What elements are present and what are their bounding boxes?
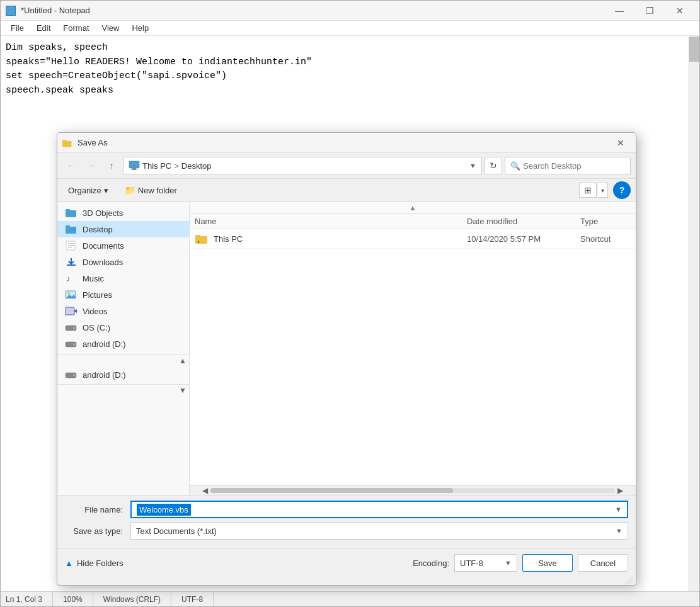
refresh-button[interactable]: ↻ <box>485 157 502 174</box>
encoding-dropdown-arrow[interactable]: ▼ <box>505 559 512 567</box>
view-mode-dropdown[interactable]: ▾ <box>598 183 608 198</box>
close-button[interactable]: ✕ <box>665 1 694 21</box>
desktop-icon <box>65 224 77 234</box>
sidebar-item-android-d1[interactable]: android (D:) <box>57 336 189 352</box>
menu-file[interactable]: File <box>6 22 29 34</box>
scroll-up-arrow[interactable]: ▲ <box>179 356 186 365</box>
file-type-cell: Shortcut <box>580 234 631 244</box>
col-header-date[interactable]: Date modified <box>467 217 580 226</box>
file-name-text: This PC <box>214 234 243 244</box>
help-button[interactable]: ? <box>613 181 631 199</box>
file-date-cell: 10/14/2020 5:57 PM <box>467 234 580 244</box>
col-header-type[interactable]: Type <box>580 217 631 226</box>
svg-line-29 <box>631 581 633 584</box>
menu-format[interactable]: Format <box>58 22 94 34</box>
file-name-cell: This PC <box>195 233 467 244</box>
up-button[interactable]: ↑ <box>103 157 120 174</box>
organize-label: Organize <box>68 186 101 195</box>
status-position: Ln 1, Col 3 <box>6 592 53 606</box>
address-bar: ← → ↑ This PC > Desktop ▼ ↻ 🔍 <box>57 153 636 179</box>
sidebar-item-3dobjects[interactable]: 3D Objects <box>57 205 189 221</box>
back-button[interactable]: ← <box>62 157 80 174</box>
svg-rect-6 <box>66 209 70 212</box>
svg-rect-17 <box>66 307 74 315</box>
address-path[interactable]: This PC > Desktop ▼ <box>123 157 482 174</box>
status-encoding: UTF-8 <box>171 592 214 606</box>
sidebar-item-android-d2[interactable]: android (D:) <box>57 366 189 383</box>
file-list-empty-area <box>190 249 636 485</box>
new-folder-label: New folder <box>138 186 177 195</box>
dialog-titlebar: Save As ✕ <box>57 133 636 153</box>
new-folder-icon: 📁 <box>125 185 135 195</box>
path-arrow1: > <box>174 161 179 171</box>
dialog-titlebar-left: Save As <box>62 138 108 148</box>
status-zoom: 100% <box>53 592 93 606</box>
drive-d1-icon <box>65 339 77 349</box>
hide-folders-button[interactable]: ▲ Hide Folders <box>65 559 123 568</box>
sort-indicator: ▲ <box>409 203 416 212</box>
sidebar-item-music[interactable]: ♪ Music <box>57 270 189 286</box>
titlebar-left: *Untitled - Notepad <box>6 6 90 16</box>
filename-dropdown-arrow[interactable]: ▼ <box>615 506 622 513</box>
sidebar-label-android-d1: android (D:) <box>83 339 126 349</box>
address-dropdown-btn[interactable]: ▼ <box>469 162 476 169</box>
notepad-menubar: File Edit Format View Help <box>1 21 699 36</box>
statusbar: Ln 1, Col 3 100% Windows (CRLF) UTF-8 <box>1 591 699 606</box>
vertical-scrollbar[interactable] <box>689 37 699 591</box>
h-scroll-right[interactable]: ▶ <box>615 486 626 495</box>
dialog-toolbar: Organize ▾ 📁 New folder ⊞ ▾ ? <box>57 179 636 202</box>
menu-edit[interactable]: Edit <box>32 22 55 34</box>
documents-icon <box>65 241 77 251</box>
table-row[interactable]: This PC 10/14/2020 5:57 PM Shortcut <box>190 229 636 249</box>
menu-help[interactable]: Help <box>127 22 154 34</box>
notepad-editor[interactable]: Dim speaks, speech speaks="Hello READERS… <box>1 36 699 103</box>
h-scroll-left[interactable]: ◀ <box>200 486 210 495</box>
encoding-select[interactable]: UTF-8 ▼ <box>454 554 517 572</box>
3dobjects-icon <box>65 208 77 218</box>
sidebar-item-videos[interactable]: Videos <box>57 303 189 319</box>
path-thispc: This PC <box>142 161 171 171</box>
menu-view[interactable]: View <box>97 22 125 34</box>
maximize-button[interactable]: ❐ <box>635 1 664 21</box>
forward-button[interactable]: → <box>83 157 100 174</box>
sidebar-label-downloads: Downloads <box>83 258 123 267</box>
sidebar-item-downloads[interactable]: Downloads <box>57 254 189 270</box>
resize-handle[interactable] <box>626 575 633 582</box>
filename-input[interactable]: Welcome.vbs ▼ <box>130 501 628 518</box>
sidebar-item-documents[interactable]: Documents <box>57 237 189 254</box>
save-as-dialog: Save As ✕ ← → ↑ This PC > Desktop ▼ ↻ 🔍 <box>57 132 636 586</box>
horizontal-scrollbar[interactable]: ◀ ▶ <box>190 485 636 495</box>
path-desktop: Desktop <box>181 161 212 171</box>
encoding-value: UTF-8 <box>460 559 483 568</box>
dialog-close-button[interactable]: ✕ <box>611 136 631 150</box>
sidebar-label-3dobjects: 3D Objects <box>83 208 123 218</box>
new-folder-button[interactable]: 📁 New folder <box>119 183 183 198</box>
sidebar-item-desktop[interactable]: Desktop <box>57 221 189 237</box>
notepad-title: *Untitled - Notepad <box>21 6 90 15</box>
view-mode-button[interactable]: ⊞ <box>579 183 597 198</box>
col-header-name[interactable]: Name <box>195 217 467 226</box>
minimize-button[interactable]: — <box>605 1 634 21</box>
sidebar-item-osc[interactable]: OS (C:) <box>57 319 189 336</box>
sidebar-item-pictures[interactable]: Pictures <box>57 286 189 303</box>
savetype-dropdown-arrow[interactable]: ▼ <box>616 527 623 535</box>
cancel-button[interactable]: Cancel <box>578 554 628 572</box>
svg-rect-1 <box>62 140 66 142</box>
organize-button[interactable]: Organize ▾ <box>62 183 114 198</box>
filename-label: File name: <box>65 505 128 514</box>
savetype-select[interactable]: Text Documents (*.txt) ▼ <box>130 522 628 540</box>
svg-rect-26 <box>195 235 200 237</box>
svg-point-22 <box>73 343 76 346</box>
dialog-icon <box>62 138 72 148</box>
svg-point-20 <box>73 327 76 329</box>
file-list-header: Name Date modified Type <box>190 214 636 229</box>
save-button[interactable]: Save <box>522 554 573 572</box>
encoding-label: Encoding: <box>413 559 449 568</box>
footer-right: Encoding: UTF-8 ▼ Save Cancel <box>413 554 628 572</box>
search-input[interactable] <box>523 161 625 171</box>
view-buttons: ⊞ ▾ <box>579 183 608 198</box>
sidebar-label-videos: Videos <box>83 307 108 316</box>
sidebar-label-desktop: Desktop <box>83 225 113 234</box>
scroll-down-arrow[interactable]: ▼ <box>179 386 186 395</box>
notepad-icon <box>6 6 16 16</box>
